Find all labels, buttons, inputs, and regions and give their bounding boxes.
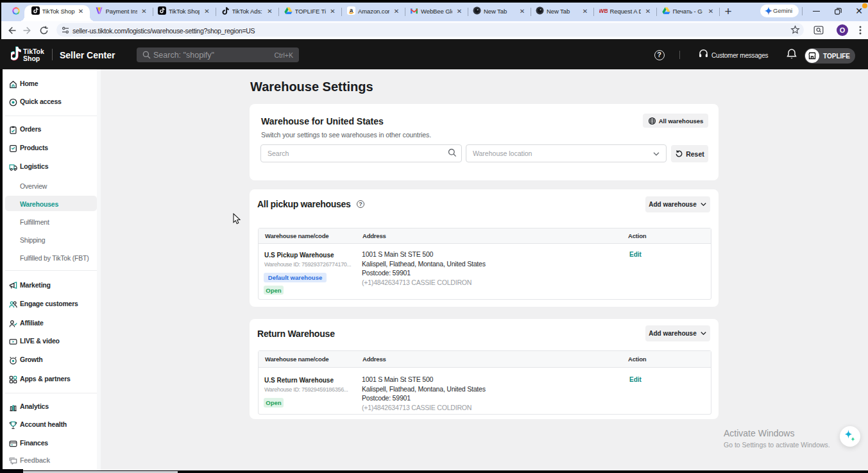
svg-text:WB: WB bbox=[599, 8, 608, 14]
